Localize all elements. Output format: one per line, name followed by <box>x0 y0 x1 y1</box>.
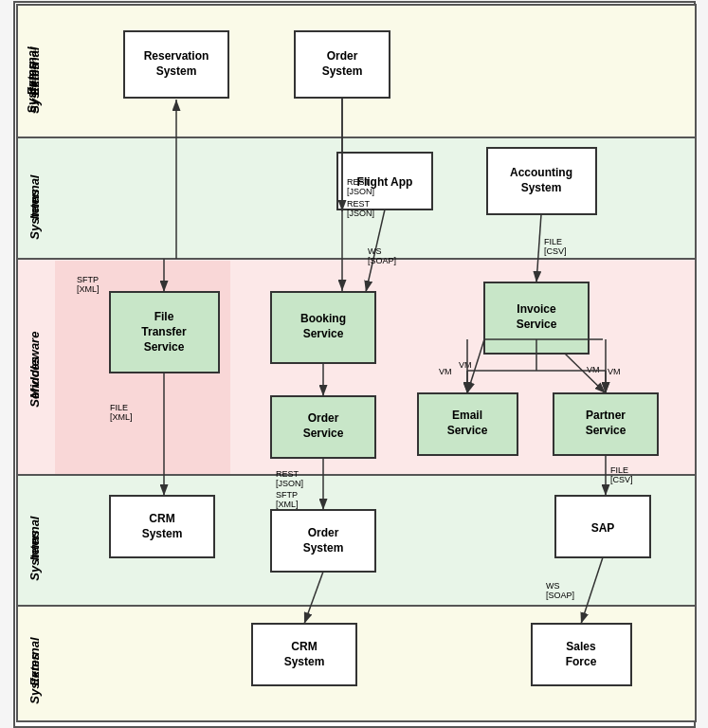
order-service-label: Order <box>307 411 338 425</box>
vm-label-right: VM <box>608 367 621 376</box>
invoice-service-label: Invoice <box>517 302 556 316</box>
architecture-diagram: External Systems External Systems Intern… <box>13 1 696 728</box>
sftp-xml-label-top2: [XML] <box>77 284 100 294</box>
label-rest-json-top: REST <box>347 177 371 187</box>
file-xml-label: FILE <box>110 403 128 412</box>
file-transfer-service-label3: Service <box>143 340 184 354</box>
crm-system-external-label: CRM <box>291 640 317 653</box>
label-int-bot2: Systems <box>27 530 42 580</box>
vm-right-label: VM <box>587 365 600 374</box>
sales-force-label: Sales <box>566 640 596 653</box>
label-ext-top2: Systems <box>27 63 42 113</box>
ws-soap-bottom-label2: [SOAP] <box>546 591 574 600</box>
vm-label-left: VM <box>439 367 452 376</box>
order-system-internal-label2: System <box>302 541 343 555</box>
crm-system-internal-label: CRM <box>149 512 174 525</box>
rest-json-label: REST <box>347 199 371 209</box>
partner-service-label2: Service <box>585 424 626 437</box>
label-ext-bot2: Systems <box>27 653 42 703</box>
sftp-xml-bottom-label2: [XML] <box>276 500 299 509</box>
order-system-top-label: Order <box>326 49 357 63</box>
partner-service-label: Partner <box>585 409 625 422</box>
file-csv-label: FILE <box>544 237 562 246</box>
email-service-label2: Service <box>446 424 487 437</box>
file-csv-bottom-label: FILE <box>610 465 628 475</box>
sales-force-label2: Force <box>565 655 596 668</box>
rest-json-bottom-label2: [JSON] <box>276 479 303 488</box>
file-transfer-service-label2: Transfer <box>141 325 187 338</box>
ws-soap-label: WS <box>368 246 382 256</box>
sftp-xml-label-top: SFTP <box>77 275 99 284</box>
order-service-label2: Service <box>302 427 343 440</box>
accounting-system-label2: System <box>520 181 561 194</box>
invoice-service-label2: Service <box>516 318 556 331</box>
file-csv-bottom-label2: [CSV] <box>610 475 633 484</box>
sap-label: SAP <box>590 521 614 535</box>
label-middleware2: Services <box>27 356 42 408</box>
rest-json-bottom-label: REST <box>276 469 300 479</box>
order-system-top-label2: System <box>321 64 362 78</box>
sftp-xml-bottom-label: SFTP <box>276 490 298 500</box>
booking-service-label2: Service <box>302 327 343 340</box>
booking-service-label: Booking <box>300 312 346 325</box>
reservation-system-label2: System <box>155 64 196 78</box>
label-rest-json-top2: [JSON] <box>347 187 374 196</box>
vm-left-label: VM <box>459 360 472 370</box>
ws-soap-bottom-label: WS <box>546 581 560 591</box>
reservation-system-label: Reservation <box>143 49 209 63</box>
accounting-system-label: Accounting <box>510 166 572 179</box>
rest-json-label2: [JSON] <box>347 209 374 218</box>
file-xml-label2: [XML] <box>110 412 133 422</box>
ws-soap-label2: [SOAP] <box>368 256 396 265</box>
crm-system-external-label2: System <box>283 655 324 668</box>
crm-system-internal-label2: System <box>141 527 182 540</box>
email-service-label: Email <box>451 409 481 422</box>
label-int-top2: Systems <box>27 189 42 239</box>
file-transfer-service-label: File <box>154 310 173 323</box>
order-system-internal-label: Order <box>307 526 338 539</box>
file-csv-label2: [CSV] <box>544 246 567 256</box>
diagram-svg: External Systems External Systems Intern… <box>15 3 698 723</box>
